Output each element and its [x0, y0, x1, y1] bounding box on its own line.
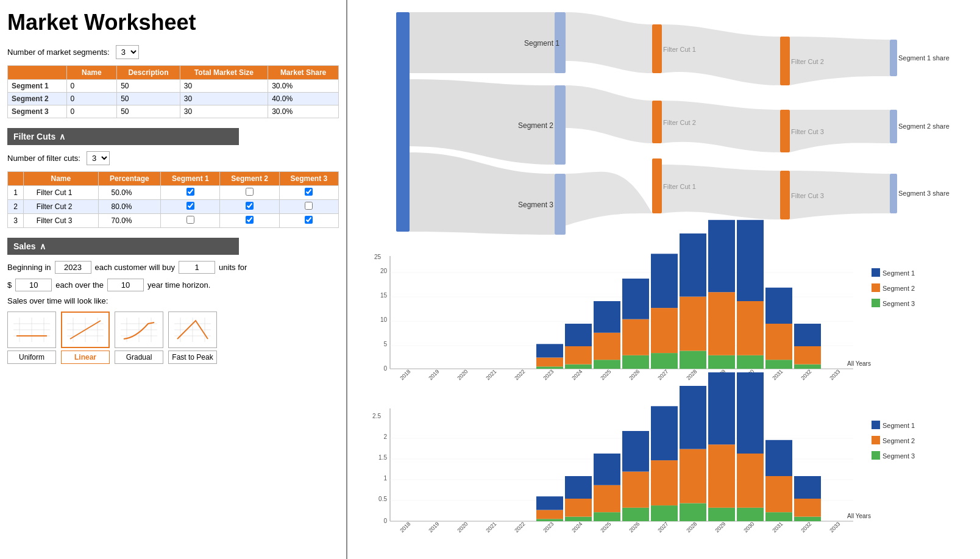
fc-check-s1[interactable]: [186, 188, 194, 196]
sales-header[interactable]: Sales ∧: [7, 238, 239, 255]
sales-label: Sales: [13, 241, 36, 251]
gradual-shape[interactable]: [115, 312, 163, 348]
svg-text:2027: 2027: [656, 368, 669, 381]
price-input[interactable]: [15, 279, 52, 291]
linear-shape[interactable]: [61, 312, 110, 348]
svg-text:2021: 2021: [485, 368, 497, 381]
fc-cell-s3[interactable]: [279, 214, 338, 228]
svg-text:2.5: 2.5: [372, 413, 381, 419]
price-label: $: [7, 280, 12, 290]
svg-rect-31: [652, 24, 662, 73]
market-col-desc: Description: [117, 66, 180, 80]
svg-text:2027: 2027: [656, 521, 669, 533]
market-cell[interactable]: [117, 93, 180, 105]
market-cell[interactable]: [66, 105, 117, 118]
segments-select[interactable]: 3: [116, 45, 139, 59]
svg-text:2: 2: [383, 433, 387, 440]
fc-cell-s3[interactable]: [279, 186, 338, 200]
fc-cell-s2[interactable]: [220, 200, 279, 214]
svg-rect-94: [708, 220, 735, 292]
market-cell[interactable]: [66, 93, 117, 105]
svg-text:2031: 2031: [771, 368, 784, 381]
market-cell[interactable]: 30.0%: [268, 80, 339, 93]
fast-to-peak-label[interactable]: Fast to Peak: [168, 351, 217, 364]
svg-rect-45: [890, 174, 897, 213]
svg-text:2021: 2021: [485, 521, 497, 533]
fc-check-s2[interactable]: [246, 202, 254, 210]
fc-col-name: Name: [23, 172, 98, 186]
fc-cell-s2[interactable]: [220, 214, 279, 228]
fc-check-s3[interactable]: [305, 188, 313, 196]
svg-rect-81: [622, 319, 649, 355]
market-cell: Segment 3: [8, 105, 67, 118]
fc-cell-s3[interactable]: [279, 200, 338, 214]
sales-chevron: ∧: [40, 241, 46, 251]
fast-to-peak-shape[interactable]: [168, 312, 217, 348]
fc-check-s3[interactable]: [305, 202, 313, 210]
units-input[interactable]: [179, 261, 215, 274]
svg-text:Segment 1 share: Segment 1 share: [898, 54, 950, 62]
svg-text:2025: 2025: [599, 521, 612, 533]
fc-pct[interactable]: [98, 200, 161, 214]
market-cell[interactable]: [180, 93, 268, 105]
svg-rect-159: [708, 508, 735, 521]
market-cell[interactable]: [180, 80, 268, 93]
svg-rect-104: [794, 365, 821, 369]
svg-rect-106: [794, 324, 821, 346]
fc-col-id: [8, 172, 24, 186]
fc-check-s1[interactable]: [186, 216, 194, 224]
filter-cuts-header[interactable]: Filter Cuts ∧: [7, 128, 239, 145]
horizon-label: year time horizon.: [147, 280, 210, 290]
fc-check-s2[interactable]: [246, 216, 254, 224]
svg-rect-169: [765, 440, 792, 476]
market-col-name: Name: [66, 66, 117, 80]
svg-text:2022: 2022: [513, 368, 526, 381]
market-cell[interactable]: 30.0%: [268, 105, 339, 118]
fc-pct[interactable]: [98, 186, 161, 200]
fc-name[interactable]: [23, 186, 98, 200]
market-cell[interactable]: [180, 105, 268, 118]
svg-rect-97: [737, 301, 764, 355]
svg-rect-92: [708, 355, 735, 369]
filter-cuts-select[interactable]: 3: [87, 151, 110, 165]
uniform-shape[interactable]: [7, 312, 56, 348]
svg-rect-70: [536, 344, 563, 357]
svg-rect-93: [708, 292, 735, 355]
svg-text:2026: 2026: [628, 521, 641, 533]
svg-rect-164: [737, 454, 764, 508]
fc-cell-s1[interactable]: [161, 200, 220, 214]
fc-pct[interactable]: [98, 214, 161, 228]
sankey-diagram: Segment 1 Segment 2 Segment 3 Filter Cut…: [353, 6, 974, 244]
linear-label[interactable]: Linear: [61, 351, 110, 364]
fc-cell-s2[interactable]: [220, 186, 279, 200]
horizon-input[interactable]: [107, 279, 144, 291]
fc-name[interactable]: [23, 214, 98, 228]
uniform-label[interactable]: Uniform: [7, 351, 56, 364]
svg-text:Segment 3: Segment 3: [518, 201, 553, 209]
beginning-input[interactable]: [55, 261, 91, 274]
market-cell[interactable]: 40.0%: [268, 93, 339, 105]
market-cell[interactable]: [66, 80, 117, 93]
svg-rect-181: [872, 451, 880, 460]
fc-cell-s1[interactable]: [161, 186, 220, 200]
market-cell[interactable]: [117, 80, 180, 93]
fc-cell-s1[interactable]: [161, 214, 220, 228]
svg-rect-110: [872, 268, 880, 277]
fc-check-s1[interactable]: [186, 202, 194, 210]
svg-rect-39: [780, 171, 790, 219]
market-cell[interactable]: [117, 105, 180, 118]
fc-check-s2[interactable]: [246, 188, 254, 196]
fc-check-s3[interactable]: [305, 216, 313, 224]
filter-table: Name Percentage Segment 1 Segment 2 Segm…: [7, 171, 339, 228]
fc-name[interactable]: [23, 200, 98, 214]
svg-rect-143: [594, 512, 620, 521]
svg-rect-74: [565, 324, 592, 346]
market-col-empty: [8, 66, 67, 80]
gradual-label[interactable]: Gradual: [115, 351, 163, 364]
svg-rect-144: [594, 485, 620, 512]
svg-text:All Years: All Years: [847, 513, 871, 519]
units-chart: Units Output 0 0.5 1 1.5 2 2.5 201820192…: [353, 402, 974, 549]
svg-rect-77: [594, 333, 620, 360]
svg-rect-168: [765, 476, 792, 512]
each-customer-label: each customer will buy: [95, 263, 176, 272]
